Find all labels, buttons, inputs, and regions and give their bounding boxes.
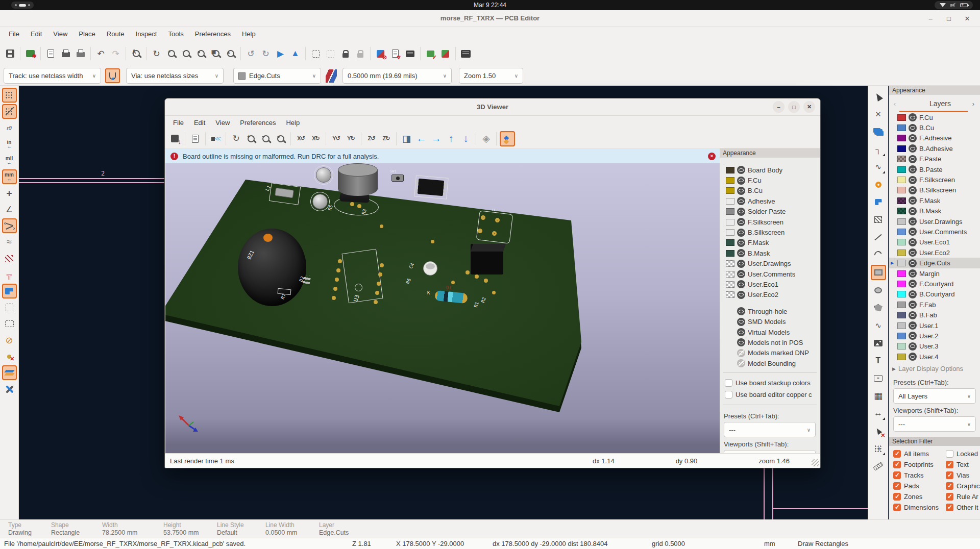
layer-row[interactable]: ▶ F.Silkscreen: [889, 174, 980, 185]
layer-pair-toggle[interactable]: [324, 68, 338, 83]
layer-color-swatch[interactable]: [726, 271, 734, 278]
route-diff-pair-icon[interactable]: ∿: [871, 159, 886, 174]
ungroup-icon[interactable]: [324, 47, 337, 61]
zoom-in-icon[interactable]: +: [244, 132, 258, 145]
visibility-eye-icon[interactable]: [737, 349, 745, 357]
zoom-out-icon[interactable]: −: [259, 132, 273, 145]
close-icon[interactable]: ✕: [962, 13, 973, 24]
grid-select[interactable]: 0.5000 mm (19.69 mils) ∨: [342, 68, 452, 84]
visibility-eye-icon[interactable]: [737, 239, 745, 247]
net-names-icon[interactable]: ╦: [2, 267, 17, 282]
pan-down-icon[interactable]: ↓: [459, 132, 473, 145]
group-icon[interactable]: [309, 47, 323, 61]
crosshair-cursor-icon[interactable]: +: [2, 186, 17, 201]
zone-outline-display-icon[interactable]: [2, 300, 17, 315]
tab-prev-icon[interactable]: ‹: [889, 100, 900, 108]
place-text-icon[interactable]: T: [871, 353, 886, 368]
menu-item[interactable]: Route: [101, 29, 130, 39]
pad-display-icon[interactable]: ⊘: [2, 333, 17, 347]
visibility-eye-icon[interactable]: [909, 113, 917, 121]
flip-view-icon[interactable]: ▶: [274, 47, 287, 61]
place-via-icon[interactable]: [871, 177, 886, 192]
zoom-out-icon[interactable]: −: [179, 47, 193, 61]
visibility-eye-icon[interactable]: [909, 353, 917, 361]
edge-cuts-line[interactable]: [764, 467, 765, 519]
presets-select[interactable]: --- ∨: [724, 422, 816, 437]
layer-color-swatch[interactable]: [897, 156, 906, 162]
3d-layer-row[interactable]: Adhesive: [720, 196, 820, 206]
layer-color-swatch[interactable]: [726, 219, 734, 226]
layer-color-swatch[interactable]: [897, 260, 906, 266]
checkbox-icon[interactable]: [893, 493, 901, 501]
visibility-eye-icon[interactable]: [737, 260, 745, 268]
layer-color-swatch[interactable]: [726, 208, 734, 215]
scripting-console-icon[interactable]: [403, 47, 417, 61]
minimize-icon[interactable]: –: [773, 101, 785, 113]
layer-color-swatch[interactable]: [897, 145, 906, 152]
menu-item[interactable]: Edit: [189, 118, 210, 128]
auto-track-width-toggle[interactable]: [105, 68, 120, 83]
layer-row[interactable]: ▶ B.Courtyard: [889, 289, 980, 300]
menu-item[interactable]: View: [47, 29, 73, 39]
visibility-eye-icon[interactable]: [909, 207, 917, 215]
search-footprints-icon[interactable]: 🜄: [388, 47, 402, 61]
interactive-tools-icon[interactable]: [2, 382, 17, 396]
flip-board-icon[interactable]: ◨: [400, 132, 413, 145]
zone-fill-display-icon[interactable]: [2, 284, 17, 298]
zoom-fit-icon[interactable]: ●: [274, 132, 287, 145]
layer-color-swatch[interactable]: [897, 281, 906, 287]
layer-color-swatch[interactable]: [897, 239, 906, 245]
selection-filter-item[interactable]: Text: [946, 461, 980, 468]
menu-item[interactable]: Help: [236, 29, 261, 39]
visibility-eye-icon[interactable]: [909, 134, 917, 142]
layer-color-swatch[interactable]: [897, 302, 906, 308]
layer-row[interactable]: ▶ User.3: [889, 341, 980, 352]
workspace-indicator[interactable]: [11, 2, 34, 9]
checkbox-icon[interactable]: [946, 493, 953, 501]
maximize-icon[interactable]: □: [788, 101, 800, 113]
layer-row[interactable]: ▶ F.Courtyard: [889, 279, 980, 289]
layer-color-swatch[interactable]: [897, 177, 906, 183]
export-image-icon[interactable]: [188, 132, 202, 145]
place-textbox-icon[interactable]: ≡: [871, 370, 886, 386]
menu-item[interactable]: File: [3, 29, 25, 39]
3d-model-row[interactable]: Virtual Models: [720, 327, 820, 337]
checkbox-icon[interactable]: [893, 504, 901, 511]
rotate-y-ccw-icon[interactable]: Y↺: [329, 132, 343, 145]
polar-coordinates-icon[interactable]: rθ: [2, 120, 17, 135]
maximize-icon[interactable]: □: [943, 13, 954, 24]
grid-visibility-icon[interactable]: [2, 88, 17, 103]
via-display-icon[interactable]: ✕: [2, 349, 17, 364]
delete-tool-icon[interactable]: ✕: [871, 423, 886, 439]
selection-filter-item[interactable]: Graphic: [946, 482, 980, 490]
checkbox-icon[interactable]: [893, 461, 901, 468]
place-table-icon[interactable]: ▦: [871, 388, 886, 404]
checkbox-icon[interactable]: [725, 391, 732, 398]
layer-row[interactable]: ▶ B.Mask: [889, 206, 980, 216]
visibility-eye-icon[interactable]: [909, 238, 917, 246]
45-degree-mode-icon[interactable]: ∠: [2, 202, 17, 217]
visibility-eye-icon[interactable]: [909, 217, 917, 226]
layer-row[interactable]: ▶ User.Drawings: [889, 216, 980, 227]
edge-cuts-line[interactable]: [18, 178, 164, 179]
3d-layer-row[interactable]: Board Body: [720, 165, 820, 175]
layer-color-swatch[interactable]: [726, 250, 734, 257]
layer-row[interactable]: ▶ User.Comments: [889, 227, 980, 237]
layer-row[interactable]: ▶ F.Adhesive: [889, 133, 980, 143]
menu-item[interactable]: Help: [281, 118, 305, 128]
selection-filter-item[interactable]: All items: [893, 450, 946, 458]
visibility-eye-icon[interactable]: [909, 259, 917, 267]
checkbox-icon[interactable]: [893, 482, 901, 490]
3d-model-row[interactable]: SMD Models: [720, 316, 820, 327]
3d-layer-row[interactable]: F.Cu: [720, 175, 820, 185]
close-icon[interactable]: ✕: [803, 101, 815, 113]
presets-select[interactable]: All Layers ∨: [893, 388, 976, 404]
rotate-z-ccw-icon[interactable]: Z↺: [364, 132, 378, 145]
3d-viewer-titlebar[interactable]: 3D Viewer – □ ✕: [165, 98, 820, 116]
layer-color-swatch[interactable]: [726, 177, 734, 184]
mirror-view-icon[interactable]: ▲: [288, 47, 302, 61]
zoom-objects-icon[interactable]: ▣: [209, 47, 223, 61]
render-options-icon[interactable]: [209, 132, 223, 145]
layer-row[interactable]: ▶ Edge.Cuts: [889, 258, 980, 268]
draw-polygon-icon[interactable]: [871, 300, 886, 315]
